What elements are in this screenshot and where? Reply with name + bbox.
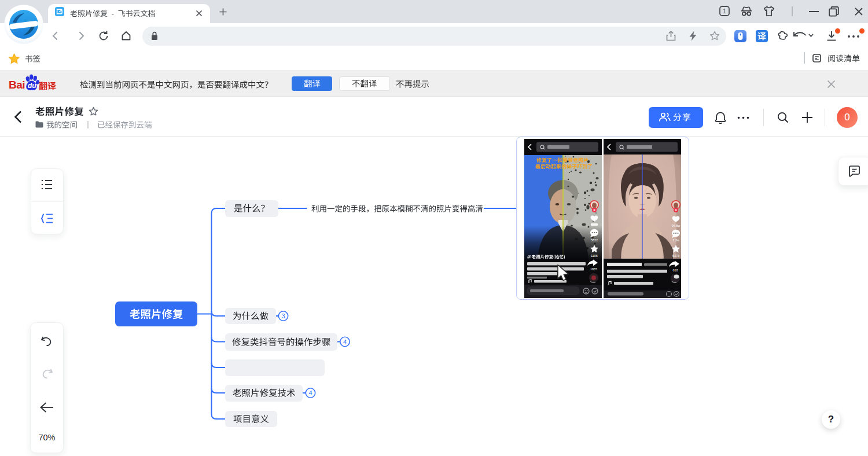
- svg-text:du: du: [28, 82, 36, 90]
- svg-text:5373: 5373: [672, 254, 679, 258]
- svg-text:1106: 1106: [591, 254, 598, 258]
- svg-text:2.3w: 2.3w: [672, 238, 679, 242]
- svg-text:1865: 1865: [590, 267, 597, 271]
- svg-text:1: 1: [723, 8, 726, 14]
- svg-text:3: 3: [281, 312, 285, 319]
- svg-text:618: 618: [672, 269, 678, 272]
- svg-text:4: 4: [343, 339, 347, 345]
- svg-text:94.8w: 94.8w: [672, 224, 681, 227]
- svg-text:5822: 5822: [591, 238, 598, 242]
- svg-text:4: 4: [308, 389, 312, 396]
